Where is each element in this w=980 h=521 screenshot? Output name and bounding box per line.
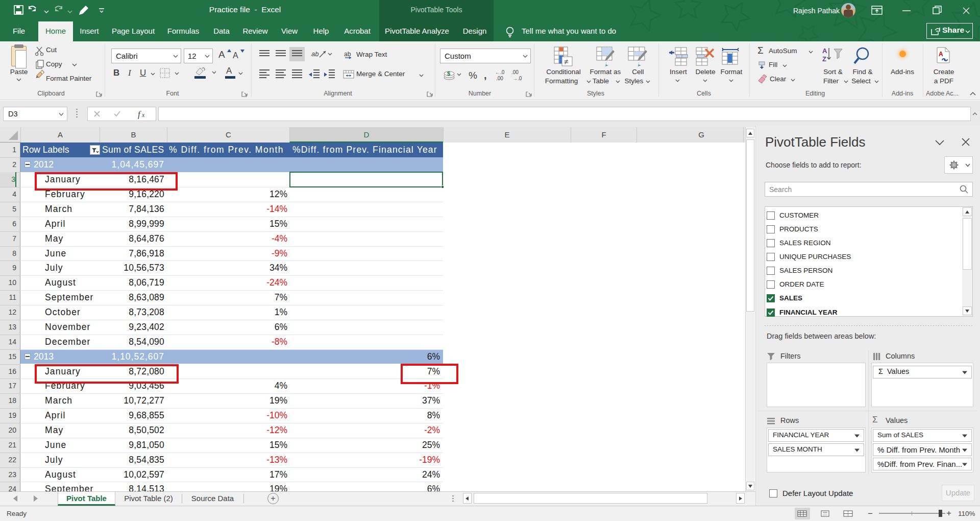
svg-text:.00: .00 <box>496 76 503 81</box>
svg-text:.00: .00 <box>511 69 519 75</box>
svg-text:,: , <box>484 69 487 81</box>
svg-text:Z: Z <box>822 55 826 63</box>
svg-text:≠: ≠ <box>564 57 568 66</box>
svg-text:x: x <box>141 111 145 119</box>
svg-text:→.0: →.0 <box>512 76 522 81</box>
svg-text:A: A <box>822 47 827 55</box>
svg-text:$: $ <box>447 70 450 77</box>
svg-text:ab: ab <box>344 51 351 58</box>
svg-text:f: f <box>138 109 141 119</box>
svg-text:ab: ab <box>311 50 318 58</box>
svg-text:%: % <box>469 70 477 81</box>
svg-text:←.0: ←.0 <box>495 69 505 75</box>
svg-text:A: A <box>939 51 943 58</box>
